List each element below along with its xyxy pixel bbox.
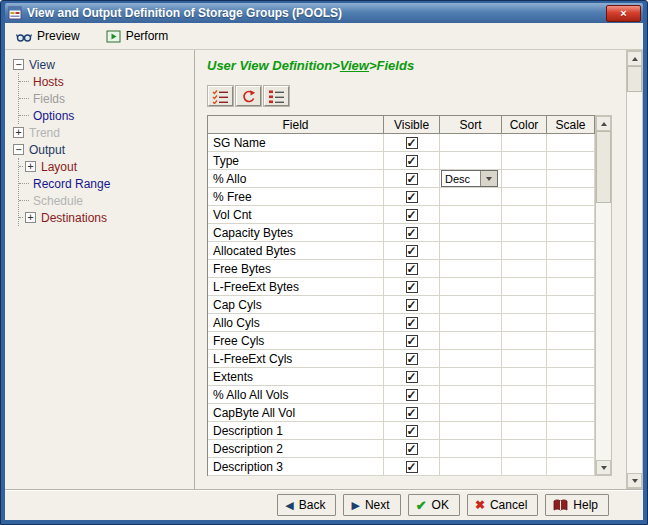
- sort-cell[interactable]: [440, 224, 502, 242]
- reset-sort-button[interactable]: [236, 86, 261, 106]
- scale-cell[interactable]: [547, 422, 595, 440]
- sort-cell[interactable]: [440, 422, 502, 440]
- visible-checkbox[interactable]: [406, 353, 418, 365]
- select-fields-button[interactable]: [208, 86, 233, 106]
- scale-cell[interactable]: [547, 350, 595, 368]
- color-cell[interactable]: [502, 386, 547, 404]
- next-button[interactable]: ▶Next: [343, 494, 400, 516]
- color-cell[interactable]: [502, 332, 547, 350]
- scale-cell[interactable]: [547, 224, 595, 242]
- tree-item-fields[interactable]: Fields: [19, 90, 190, 107]
- order-fields-button[interactable]: [264, 86, 289, 106]
- tree-item-schedule[interactable]: Schedule: [19, 192, 190, 209]
- visible-checkbox[interactable]: [406, 425, 418, 437]
- color-cell[interactable]: [502, 188, 547, 206]
- color-cell[interactable]: [502, 368, 547, 386]
- color-cell[interactable]: [502, 152, 547, 170]
- scale-cell[interactable]: [547, 404, 595, 422]
- grid-scroll-up-button[interactable]: [596, 116, 611, 131]
- sort-cell[interactable]: [440, 332, 502, 350]
- tree-item-record-range[interactable]: Record Range: [19, 175, 190, 192]
- titlebar[interactable]: View and Output Definition of Storage Gr…: [5, 3, 643, 23]
- scale-cell[interactable]: [547, 296, 595, 314]
- sort-cell[interactable]: [440, 134, 502, 152]
- color-cell[interactable]: [502, 314, 547, 332]
- visible-checkbox[interactable]: [406, 371, 418, 383]
- visible-checkbox[interactable]: [406, 227, 418, 239]
- scale-cell[interactable]: [547, 242, 595, 260]
- sort-dropdown[interactable]: Desc: [441, 170, 498, 187]
- tree-item-output[interactable]: −Output: [13, 141, 190, 158]
- scale-cell[interactable]: [547, 278, 595, 296]
- panel-scrollbar[interactable]: [626, 50, 643, 489]
- panel-scrollbar-track[interactable]: [627, 66, 642, 473]
- color-cell[interactable]: [502, 350, 547, 368]
- scale-cell[interactable]: [547, 332, 595, 350]
- color-cell[interactable]: [502, 440, 547, 458]
- scale-cell[interactable]: [547, 440, 595, 458]
- collapse-icon[interactable]: −: [13, 59, 24, 70]
- breadcrumb-view-link[interactable]: View: [340, 58, 369, 73]
- expand-icon[interactable]: +: [25, 212, 36, 223]
- dropdown-arrow-button[interactable]: [480, 171, 497, 186]
- color-cell[interactable]: [502, 296, 547, 314]
- sort-cell[interactable]: [440, 440, 502, 458]
- color-cell[interactable]: [502, 170, 547, 188]
- sort-cell[interactable]: [440, 242, 502, 260]
- panel-scrollbar-thumb[interactable]: [627, 66, 642, 92]
- color-cell[interactable]: [502, 242, 547, 260]
- visible-checkbox[interactable]: [406, 389, 418, 401]
- visible-checkbox[interactable]: [406, 335, 418, 347]
- grid-scrollbar-track[interactable]: [596, 131, 611, 460]
- visible-checkbox[interactable]: [406, 281, 418, 293]
- help-button[interactable]: Help: [545, 494, 609, 516]
- sort-cell[interactable]: [440, 206, 502, 224]
- scale-cell[interactable]: [547, 206, 595, 224]
- color-cell[interactable]: [502, 422, 547, 440]
- sort-cell[interactable]: [440, 152, 502, 170]
- visible-checkbox[interactable]: [406, 263, 418, 275]
- scale-cell[interactable]: [547, 170, 595, 188]
- visible-checkbox[interactable]: [406, 461, 418, 473]
- sort-cell[interactable]: [440, 386, 502, 404]
- tree-item-options[interactable]: Options: [19, 107, 190, 124]
- sort-cell[interactable]: [440, 260, 502, 278]
- scale-cell[interactable]: [547, 134, 595, 152]
- sort-cell[interactable]: [440, 296, 502, 314]
- color-cell[interactable]: [502, 224, 547, 242]
- visible-checkbox[interactable]: [406, 299, 418, 311]
- sort-cell[interactable]: [440, 368, 502, 386]
- scale-cell[interactable]: [547, 368, 595, 386]
- panel-scroll-down-button[interactable]: [627, 473, 642, 488]
- visible-checkbox[interactable]: [406, 407, 418, 419]
- tree-item-layout[interactable]: +Layout: [19, 158, 190, 175]
- tree-item-destinations[interactable]: +Destinations: [19, 209, 190, 226]
- tree-item-hosts[interactable]: Hosts: [19, 73, 190, 90]
- back-button[interactable]: ◀Back: [277, 494, 336, 516]
- sort-cell[interactable]: [440, 458, 502, 476]
- scale-cell[interactable]: [547, 188, 595, 206]
- scale-cell[interactable]: [547, 458, 595, 476]
- sort-cell[interactable]: [440, 188, 502, 206]
- expand-icon[interactable]: +: [13, 127, 24, 138]
- scale-cell[interactable]: [547, 260, 595, 278]
- perform-button[interactable]: Perform: [101, 27, 174, 46]
- visible-checkbox[interactable]: [406, 191, 418, 203]
- color-cell[interactable]: [502, 206, 547, 224]
- close-button[interactable]: [606, 5, 641, 22]
- sort-cell[interactable]: Desc: [440, 170, 502, 188]
- visible-checkbox[interactable]: [406, 245, 418, 257]
- visible-checkbox[interactable]: [406, 317, 418, 329]
- color-cell[interactable]: [502, 458, 547, 476]
- tree-item-view[interactable]: −View: [13, 56, 190, 73]
- cancel-button[interactable]: ✖Cancel: [467, 494, 538, 516]
- color-cell[interactable]: [502, 260, 547, 278]
- grid-scroll-down-button[interactable]: [596, 460, 611, 475]
- expand-icon[interactable]: +: [25, 161, 36, 172]
- visible-checkbox[interactable]: [406, 209, 418, 221]
- scale-cell[interactable]: [547, 386, 595, 404]
- color-cell[interactable]: [502, 134, 547, 152]
- visible-checkbox[interactable]: [406, 173, 418, 185]
- collapse-icon[interactable]: −: [13, 144, 24, 155]
- ok-button[interactable]: ✔OK: [408, 494, 460, 516]
